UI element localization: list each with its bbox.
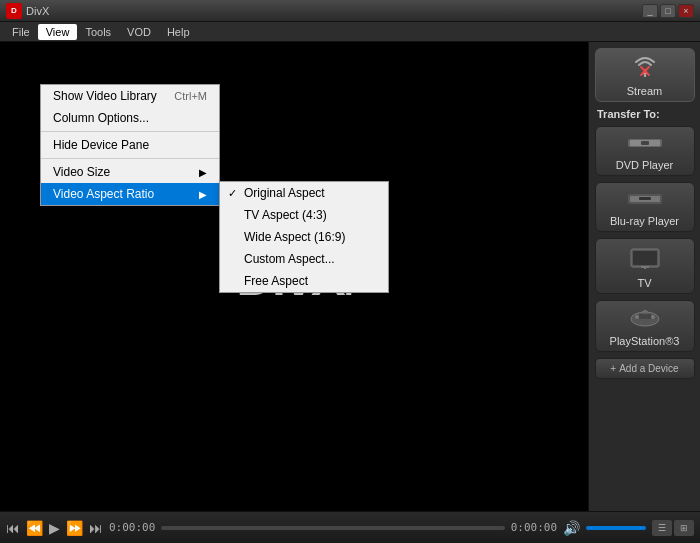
transfer-label: Transfer To: — [593, 108, 696, 120]
stream-label: Stream — [627, 85, 662, 97]
bluray-player-button[interactable]: Blu-ray Player — [595, 182, 695, 232]
menu-show-video-library[interactable]: Show Video Library Ctrl+M — [41, 85, 219, 107]
prev-button[interactable]: ⏪ — [26, 520, 43, 536]
title-bar-left: D DivX — [6, 3, 49, 19]
menu-video-aspect-ratio[interactable]: Video Aspect Ratio ▶ ✓ Original Aspect T… — [41, 183, 219, 205]
menu-help[interactable]: Help — [159, 24, 198, 40]
aspect-free[interactable]: Free Aspect — [220, 270, 388, 292]
check-icon: ✓ — [228, 187, 237, 200]
arrow-icon: ▶ — [199, 167, 207, 178]
svg-point-16 — [635, 315, 639, 319]
svg-point-17 — [651, 315, 655, 319]
skip-forward-button[interactable]: ⏭ — [89, 520, 103, 536]
dvd-icon — [627, 133, 663, 155]
maximize-button[interactable]: □ — [660, 4, 676, 18]
playback-bar: ⏮ ⏪ ▶ ⏩ ⏭ 0:00:00 0:00:00 🔊 ☰ ⊞ — [0, 511, 700, 543]
dvd-label: DVD Player — [616, 159, 673, 171]
add-device-button[interactable]: + Add a Device — [595, 358, 695, 379]
aspect-tv43[interactable]: TV Aspect (4:3) — [220, 204, 388, 226]
svg-rect-6 — [641, 141, 649, 145]
menu-vod[interactable]: VOD — [119, 24, 159, 40]
tv-icon — [629, 245, 661, 273]
add-icon: + — [610, 363, 616, 374]
svg-rect-18 — [639, 314, 651, 319]
title-bar-title: DivX — [26, 5, 49, 17]
stream-icon — [631, 55, 659, 81]
aspect-wide169[interactable]: Wide Aspect (16:9) — [220, 226, 388, 248]
right-panel: Stream Transfer To: DVD Player — [588, 42, 700, 511]
bluray-label: Blu-ray Player — [610, 215, 679, 227]
volume-icon[interactable]: 🔊 — [563, 520, 580, 536]
menu-video-size[interactable]: Video Size ▶ — [41, 161, 219, 183]
view-icons: ☰ ⊞ — [652, 520, 694, 536]
arrow-icon: ▶ — [199, 189, 207, 200]
add-device-label: Add a Device — [619, 363, 678, 374]
separator-2 — [41, 158, 219, 159]
menu-file[interactable]: File — [4, 24, 38, 40]
grid-view-button[interactable]: ⊞ — [674, 520, 694, 536]
next-button[interactable]: ⏩ — [66, 520, 83, 536]
separator-1 — [41, 131, 219, 132]
window-controls: _ □ × — [642, 4, 694, 18]
aspect-custom[interactable]: Custom Aspect... — [220, 248, 388, 270]
aspect-original[interactable]: ✓ Original Aspect — [220, 182, 388, 204]
stream-button[interactable]: Stream — [595, 48, 695, 102]
video-area[interactable]: DivX. Show Video Library Ctrl+M Column O… — [0, 42, 588, 511]
time-total: 0:00:00 — [511, 521, 557, 534]
main-layout: DivX. Show Video Library Ctrl+M Column O… — [0, 42, 700, 511]
dvd-player-button[interactable]: DVD Player — [595, 126, 695, 176]
view-menu: Show Video Library Ctrl+M Column Options… — [40, 84, 220, 206]
menu-tools[interactable]: Tools — [77, 24, 119, 40]
ps3-icon — [629, 307, 661, 331]
ps3-label: PlayStation®3 — [610, 335, 680, 347]
close-button[interactable]: × — [678, 4, 694, 18]
bluray-icon — [627, 189, 663, 211]
svg-rect-9 — [639, 197, 651, 200]
tv-label: TV — [637, 277, 651, 289]
time-current: 0:00:00 — [109, 521, 155, 534]
menu-hide-device-pane[interactable]: Hide Device Pane — [41, 134, 219, 156]
ps3-button[interactable]: PlayStation®3 — [595, 300, 695, 352]
menu-bar: File View Tools VOD Help — [0, 22, 700, 42]
volume-slider[interactable] — [586, 526, 646, 530]
play-button[interactable]: ▶ — [49, 520, 60, 536]
menu-column-options[interactable]: Column Options... — [41, 107, 219, 129]
aspect-submenu: ✓ Original Aspect TV Aspect (4:3) Wide A… — [219, 181, 389, 293]
list-view-button[interactable]: ☰ — [652, 520, 672, 536]
skip-back-button[interactable]: ⏮ — [6, 520, 20, 536]
progress-bar[interactable] — [161, 526, 504, 530]
menu-view[interactable]: View — [38, 24, 78, 40]
svg-rect-11 — [633, 251, 657, 265]
minimize-button[interactable]: _ — [642, 4, 658, 18]
tv-button[interactable]: TV — [595, 238, 695, 294]
title-bar: D DivX _ □ × — [0, 0, 700, 22]
app-icon: D — [6, 3, 22, 19]
